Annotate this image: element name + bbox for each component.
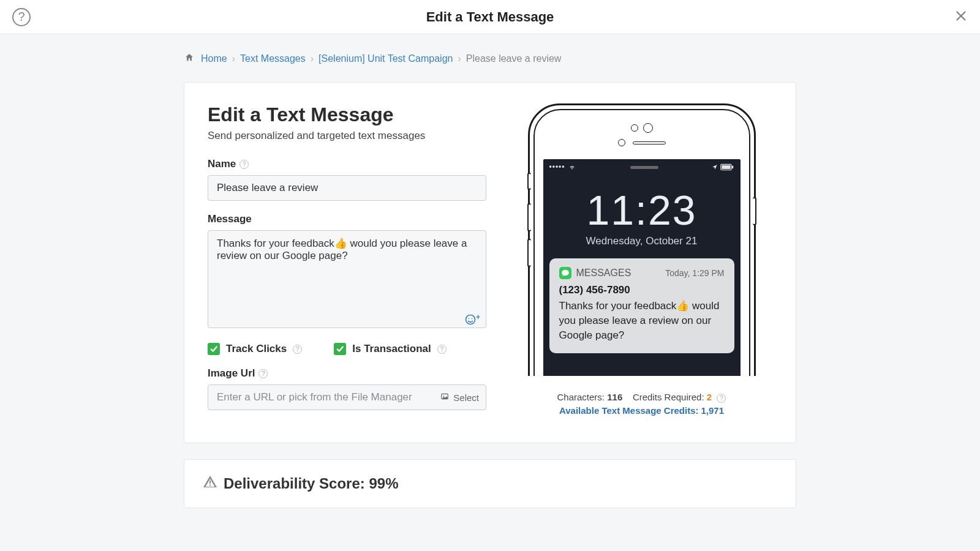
message-label: Message [208, 213, 486, 225]
close-icon[interactable] [954, 9, 968, 25]
preview-notification: MESSAGES Today, 1:29 PM (123) 456-7890 T… [549, 258, 734, 353]
breadcrumb-campaign[interactable]: [Selenium] Unit Test Campaign [318, 53, 453, 64]
image-icon [440, 392, 450, 403]
signal-icon: ••••• [549, 163, 576, 171]
name-label: Name ? [208, 158, 486, 170]
page-subtitle: Send personalized and targeted text mess… [208, 130, 486, 142]
edit-card: Edit a Text Message Send personalized an… [184, 82, 796, 443]
chevron-right-icon: › [311, 53, 314, 64]
breadcrumb-home[interactable]: Home [201, 53, 227, 64]
breadcrumb-text-messages[interactable]: Text Messages [240, 53, 306, 64]
phone-preview: ••••• 11: [526, 103, 758, 376]
plus-icon: + [476, 313, 480, 321]
modal-title: Edit a Text Message [426, 9, 554, 25]
track-clicks-checkbox[interactable] [208, 343, 220, 355]
image-url-label: Image Url ? [208, 367, 486, 380]
chevron-right-icon: › [232, 53, 235, 64]
svg-rect-9 [732, 166, 733, 169]
help-icon[interactable]: ? [717, 394, 726, 403]
breadcrumb-current: Please leave a review [466, 53, 562, 64]
message-input[interactable] [208, 230, 486, 328]
help-icon[interactable]: ? [293, 345, 302, 354]
svg-rect-8 [722, 165, 731, 169]
svg-point-6 [443, 395, 445, 397]
svg-rect-11 [209, 485, 211, 486]
available-credits-link[interactable]: Available Text Message Credits: 1,971 [557, 405, 726, 416]
page-title: Edit a Text Message [208, 103, 486, 126]
is-transactional-label: Is Transactional [352, 343, 431, 355]
preview-notif-time: Today, 1:29 PM [665, 268, 724, 278]
breadcrumb: Home › Text Messages › [Selenium] Unit T… [184, 53, 796, 65]
available-credits-value: 1,971 [701, 405, 725, 416]
deliverability-title: Deliverability Score: 99% [224, 475, 398, 492]
deliverability-card: Deliverability Score: 99% [184, 459, 796, 508]
name-input[interactable] [208, 175, 486, 201]
svg-point-4 [472, 318, 473, 320]
select-file-button[interactable]: Select [440, 392, 479, 403]
is-transactional-checkbox[interactable] [334, 343, 346, 355]
svg-point-2 [466, 315, 475, 324]
help-icon[interactable]: ? [258, 369, 268, 378]
messages-app-icon [559, 267, 571, 279]
emoji-picker-button[interactable]: + [464, 313, 480, 326]
help-icon[interactable]: ? [12, 8, 31, 26]
home-icon[interactable] [184, 53, 195, 65]
help-icon[interactable]: ? [239, 160, 249, 169]
modal-header: ? Edit a Text Message [0, 0, 980, 34]
preview-time: 11:23 [543, 186, 741, 234]
chevron-right-icon: › [458, 53, 461, 64]
preview-sender: (123) 456-7890 [559, 284, 725, 296]
preview-date: Wednesday, October 21 [543, 235, 741, 247]
stats: Characters: 116 Credits Required: 2 ? Av… [557, 392, 726, 416]
track-clicks-label: Track Clicks [226, 343, 287, 355]
svg-point-3 [469, 318, 470, 320]
svg-rect-10 [209, 481, 211, 484]
credits-required: 2 [707, 392, 712, 402]
battery-icon [712, 163, 734, 171]
preview-body: Thanks for your feedback👍 would you plea… [559, 299, 725, 342]
warning-icon [203, 474, 217, 493]
preview-app-label: MESSAGES [576, 268, 631, 279]
help-icon[interactable]: ? [437, 345, 447, 354]
modal-body: Home › Text Messages › [Selenium] Unit T… [0, 34, 980, 551]
characters-count: 116 [607, 392, 622, 402]
